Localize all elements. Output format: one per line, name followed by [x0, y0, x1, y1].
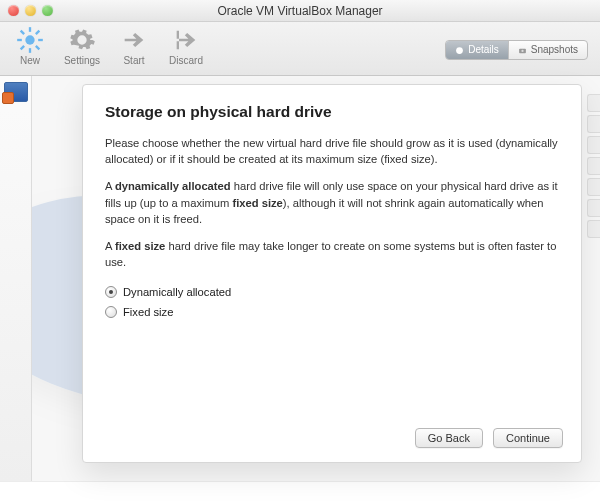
- titlebar: Oracle VM VirtualBox Manager: [0, 0, 600, 22]
- sheet-footer: Go Back Continue: [415, 428, 563, 448]
- ghost-tab: [587, 199, 600, 217]
- continue-button[interactable]: Continue: [493, 428, 563, 448]
- window-controls: [8, 5, 53, 16]
- radio-dynamic[interactable]: Dynamically allocated: [105, 282, 559, 302]
- start-label: Start: [123, 55, 144, 66]
- sheet-heading: Storage on physical hard drive: [105, 103, 559, 121]
- close-icon[interactable]: [8, 5, 19, 16]
- details-tab[interactable]: Details: [446, 41, 508, 59]
- bottom-strip: [0, 481, 600, 499]
- radio-icon: [105, 286, 117, 298]
- ghost-tab: [587, 136, 600, 154]
- vm-list-sidebar: [0, 76, 32, 481]
- svg-line-8: [36, 31, 40, 35]
- ghost-tab: [587, 115, 600, 133]
- radio-icon: [105, 306, 117, 318]
- arrow-right-icon: [120, 26, 148, 54]
- gear-icon: [68, 26, 96, 54]
- radio-dynamic-label: Dynamically allocated: [123, 286, 231, 298]
- discard-button[interactable]: Discard: [166, 26, 206, 66]
- settings-button[interactable]: Settings: [62, 26, 102, 66]
- sheet-paragraph-2: A dynamically allocated hard drive file …: [105, 178, 559, 227]
- details-icon: [455, 46, 464, 55]
- main-area: Go Back Create Storage on physical hard …: [32, 76, 600, 481]
- svg-line-7: [21, 46, 25, 50]
- sheet-paragraph-1: Please choose whether the new virtual ha…: [105, 135, 559, 167]
- snapshots-label: Snapshots: [531, 41, 578, 59]
- minimize-icon[interactable]: [25, 5, 36, 16]
- new-button[interactable]: New: [10, 26, 50, 66]
- svg-line-5: [21, 31, 25, 35]
- app-window: Oracle VM VirtualBox Manager New Setting…: [0, 0, 600, 499]
- details-label: Details: [468, 41, 499, 59]
- body: Go Back Create Storage on physical hard …: [0, 76, 600, 481]
- discard-label: Discard: [169, 55, 203, 66]
- sheet-paragraph-3: A fixed size hard drive file may take lo…: [105, 238, 559, 270]
- ghost-tab: [587, 157, 600, 175]
- svg-line-6: [36, 46, 40, 50]
- svg-point-0: [25, 35, 34, 44]
- snapshots-tab[interactable]: Snapshots: [508, 41, 587, 59]
- new-label: New: [20, 55, 40, 66]
- radio-fixed-label: Fixed size: [123, 306, 173, 318]
- toolbar: New Settings Start Discard Details: [0, 22, 600, 76]
- window-title: Oracle VM VirtualBox Manager: [0, 4, 600, 18]
- camera-icon: [518, 46, 527, 55]
- svg-point-11: [521, 49, 523, 51]
- start-button[interactable]: Start: [114, 26, 154, 66]
- ghost-tab: [587, 94, 600, 112]
- zoom-icon[interactable]: [42, 5, 53, 16]
- view-segmented: Details Snapshots: [445, 40, 588, 60]
- allocation-radiogroup: Dynamically allocated Fixed size: [105, 282, 559, 322]
- side-tabs: [587, 94, 600, 238]
- vm-item[interactable]: [4, 82, 28, 102]
- svg-point-9: [456, 47, 463, 54]
- sun-icon: [16, 26, 44, 54]
- settings-label: Settings: [64, 55, 100, 66]
- wizard-sheet: Storage on physical hard drive Please ch…: [82, 84, 582, 463]
- ghost-tab: [587, 220, 600, 238]
- go-back-button[interactable]: Go Back: [415, 428, 483, 448]
- discard-icon: [172, 26, 200, 54]
- ghost-tab: [587, 178, 600, 196]
- radio-fixed[interactable]: Fixed size: [105, 302, 559, 322]
